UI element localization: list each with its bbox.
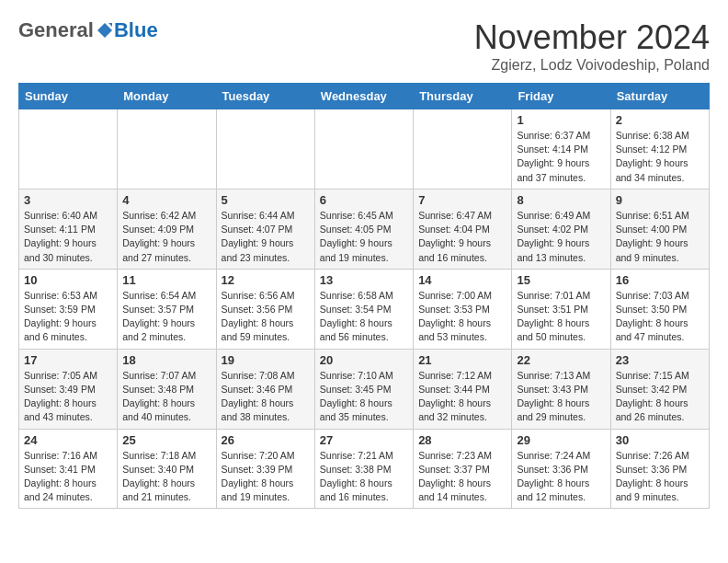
calendar-cell — [19, 109, 118, 190]
day-info: Sunrise: 6:49 AM Sunset: 4:02 PM Dayligh… — [517, 209, 605, 265]
day-number: 27 — [320, 433, 408, 447]
day-number: 3 — [24, 193, 112, 207]
day-number: 14 — [418, 273, 506, 287]
calendar-cell: 17Sunrise: 7:05 AM Sunset: 3:49 PM Dayli… — [19, 349, 118, 429]
calendar-cell: 13Sunrise: 6:58 AM Sunset: 3:54 PM Dayli… — [314, 269, 413, 349]
day-number: 10 — [24, 273, 112, 287]
calendar-cell: 14Sunrise: 7:00 AM Sunset: 3:53 PM Dayli… — [414, 269, 512, 349]
day-number: 22 — [517, 353, 605, 367]
day-info: Sunrise: 7:08 AM Sunset: 3:46 PM Dayligh… — [222, 369, 310, 425]
day-info: Sunrise: 6:42 AM Sunset: 4:09 PM Dayligh… — [122, 209, 210, 265]
day-number: 16 — [616, 273, 704, 287]
calendar-cell: 28Sunrise: 7:23 AM Sunset: 3:37 PM Dayli… — [414, 429, 512, 509]
day-number: 30 — [616, 433, 704, 447]
day-number: 17 — [24, 353, 112, 367]
day-number: 2 — [616, 113, 704, 127]
calendar-cell: 29Sunrise: 7:24 AM Sunset: 3:36 PM Dayli… — [512, 429, 610, 509]
calendar-cell: 1Sunrise: 6:37 AM Sunset: 4:14 PM Daylig… — [512, 109, 610, 190]
location: Zgierz, Lodz Voivodeship, Poland — [474, 57, 710, 74]
calendar-cell: 24Sunrise: 7:16 AM Sunset: 3:41 PM Dayli… — [19, 429, 118, 509]
calendar-cell: 22Sunrise: 7:13 AM Sunset: 3:43 PM Dayli… — [512, 349, 610, 429]
day-info: Sunrise: 7:20 AM Sunset: 3:39 PM Dayligh… — [222, 449, 310, 505]
day-number: 5 — [222, 193, 310, 207]
svg-marker-1 — [108, 23, 112, 27]
day-header-monday: Monday — [118, 84, 216, 109]
calendar-cell: 18Sunrise: 7:07 AM Sunset: 3:48 PM Dayli… — [118, 349, 216, 429]
day-info: Sunrise: 7:03 AM Sunset: 3:50 PM Dayligh… — [616, 289, 704, 345]
day-number: 28 — [418, 433, 506, 447]
day-number: 1 — [517, 113, 605, 127]
title-block: November 2024 Zgierz, Lodz Voivodeship, … — [474, 18, 710, 74]
day-info: Sunrise: 6:38 AM Sunset: 4:12 PM Dayligh… — [616, 129, 704, 185]
calendar-cell: 15Sunrise: 7:01 AM Sunset: 3:51 PM Dayli… — [512, 269, 610, 349]
day-number: 11 — [122, 273, 210, 287]
day-info: Sunrise: 7:07 AM Sunset: 3:48 PM Dayligh… — [122, 369, 210, 425]
calendar-cell: 9Sunrise: 6:51 AM Sunset: 4:00 PM Daylig… — [610, 189, 709, 269]
calendar-cell: 16Sunrise: 7:03 AM Sunset: 3:50 PM Dayli… — [610, 269, 709, 349]
day-number: 7 — [418, 193, 506, 207]
calendar-cell: 27Sunrise: 7:21 AM Sunset: 3:38 PM Dayli… — [314, 429, 413, 509]
day-header-thursday: Thursday — [414, 84, 512, 109]
calendar-cell — [216, 109, 314, 190]
logo: General Blue — [18, 18, 158, 42]
day-number: 15 — [517, 273, 605, 287]
day-number: 8 — [517, 193, 605, 207]
day-header-sunday: Sunday — [19, 84, 118, 109]
week-row-3: 10Sunrise: 6:53 AM Sunset: 3:59 PM Dayli… — [19, 269, 710, 349]
day-info: Sunrise: 7:23 AM Sunset: 3:37 PM Dayligh… — [418, 449, 506, 505]
week-row-1: 1Sunrise: 6:37 AM Sunset: 4:14 PM Daylig… — [19, 109, 710, 190]
day-info: Sunrise: 7:15 AM Sunset: 3:42 PM Dayligh… — [616, 369, 704, 425]
calendar-cell — [314, 109, 413, 190]
calendar-cell: 6Sunrise: 6:45 AM Sunset: 4:05 PM Daylig… — [314, 189, 413, 269]
day-info: Sunrise: 7:13 AM Sunset: 3:43 PM Dayligh… — [517, 369, 605, 425]
month-title: November 2024 — [474, 18, 710, 57]
day-header-saturday: Saturday — [610, 84, 709, 109]
calendar-cell: 21Sunrise: 7:12 AM Sunset: 3:44 PM Dayli… — [414, 349, 512, 429]
day-info: Sunrise: 7:00 AM Sunset: 3:53 PM Dayligh… — [418, 289, 506, 345]
day-info: Sunrise: 7:26 AM Sunset: 3:36 PM Dayligh… — [616, 449, 704, 505]
calendar-cell: 5Sunrise: 6:44 AM Sunset: 4:07 PM Daylig… — [216, 189, 314, 269]
calendar-cell: 26Sunrise: 7:20 AM Sunset: 3:39 PM Dayli… — [216, 429, 314, 509]
day-number: 4 — [122, 193, 210, 207]
day-number: 9 — [616, 193, 704, 207]
calendar-cell: 10Sunrise: 6:53 AM Sunset: 3:59 PM Dayli… — [19, 269, 118, 349]
day-info: Sunrise: 6:47 AM Sunset: 4:04 PM Dayligh… — [418, 209, 506, 265]
calendar-cell: 7Sunrise: 6:47 AM Sunset: 4:04 PM Daylig… — [414, 189, 512, 269]
day-header-friday: Friday — [512, 84, 610, 109]
day-number: 20 — [320, 353, 408, 367]
calendar-cell: 30Sunrise: 7:26 AM Sunset: 3:36 PM Dayli… — [610, 429, 709, 509]
day-number: 23 — [616, 353, 704, 367]
day-info: Sunrise: 7:21 AM Sunset: 3:38 PM Dayligh… — [320, 449, 408, 505]
day-number: 26 — [222, 433, 310, 447]
calendar-cell: 25Sunrise: 7:18 AM Sunset: 3:40 PM Dayli… — [118, 429, 216, 509]
day-header-wednesday: Wednesday — [314, 84, 413, 109]
day-number: 18 — [122, 353, 210, 367]
calendar-cell: 8Sunrise: 6:49 AM Sunset: 4:02 PM Daylig… — [512, 189, 610, 269]
day-info: Sunrise: 7:18 AM Sunset: 3:40 PM Dayligh… — [122, 449, 210, 505]
day-number: 13 — [320, 273, 408, 287]
week-row-5: 24Sunrise: 7:16 AM Sunset: 3:41 PM Dayli… — [19, 429, 710, 509]
day-info: Sunrise: 6:45 AM Sunset: 4:05 PM Dayligh… — [320, 209, 408, 265]
day-info: Sunrise: 6:37 AM Sunset: 4:14 PM Dayligh… — [517, 129, 605, 185]
calendar-cell — [118, 109, 216, 190]
day-info: Sunrise: 7:12 AM Sunset: 3:44 PM Dayligh… — [418, 369, 506, 425]
day-info: Sunrise: 6:56 AM Sunset: 3:56 PM Dayligh… — [222, 289, 310, 345]
day-number: 6 — [320, 193, 408, 207]
svg-marker-0 — [97, 23, 112, 38]
day-info: Sunrise: 7:05 AM Sunset: 3:49 PM Dayligh… — [24, 369, 112, 425]
day-number: 25 — [122, 433, 210, 447]
calendar-cell: 12Sunrise: 6:56 AM Sunset: 3:56 PM Dayli… — [216, 269, 314, 349]
calendar-cell: 2Sunrise: 6:38 AM Sunset: 4:12 PM Daylig… — [610, 109, 709, 190]
logo-blue-text: Blue — [114, 18, 158, 42]
day-info: Sunrise: 6:54 AM Sunset: 3:57 PM Dayligh… — [122, 289, 210, 345]
calendar-cell: 4Sunrise: 6:42 AM Sunset: 4:09 PM Daylig… — [118, 189, 216, 269]
day-info: Sunrise: 6:53 AM Sunset: 3:59 PM Dayligh… — [24, 289, 112, 345]
calendar-table: SundayMondayTuesdayWednesdayThursdayFrid… — [18, 83, 710, 509]
header: General Blue November 2024 Zgierz, Lodz … — [18, 18, 710, 74]
day-number: 24 — [24, 433, 112, 447]
day-info: Sunrise: 7:10 AM Sunset: 3:45 PM Dayligh… — [320, 369, 408, 425]
day-info: Sunrise: 6:58 AM Sunset: 3:54 PM Dayligh… — [320, 289, 408, 345]
day-number: 12 — [222, 273, 310, 287]
day-info: Sunrise: 7:16 AM Sunset: 3:41 PM Dayligh… — [24, 449, 112, 505]
day-info: Sunrise: 7:01 AM Sunset: 3:51 PM Dayligh… — [517, 289, 605, 345]
